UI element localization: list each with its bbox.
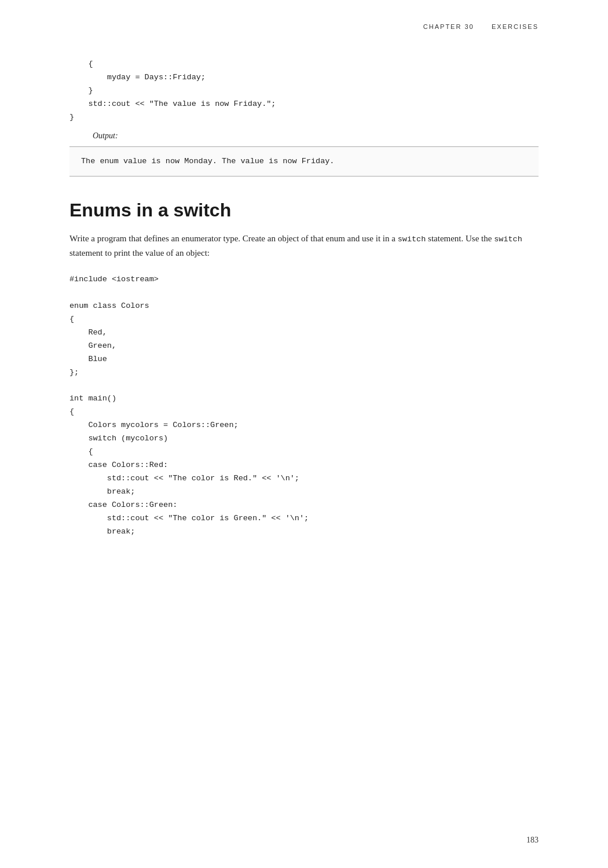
page-header: CHAPTER 30 EXERCISES (423, 23, 539, 30)
section-code-block: #include <iostream> enum class Colors { … (69, 273, 539, 539)
output-label: Output: (93, 131, 539, 141)
chapter-label: CHAPTER 30 (423, 23, 474, 30)
page-number: 183 (526, 836, 539, 845)
section-label: EXERCISES (492, 23, 539, 30)
top-code: { myday = Days::Friday; } std::cout << "… (69, 58, 539, 124)
section-title: Enums in a switch (69, 200, 539, 221)
output-box: The enum value is now Monday. The value … (69, 146, 539, 176)
section-description: Write a program that defines an enumerat… (69, 231, 539, 260)
switch-inline-2: switch (494, 235, 522, 244)
switch-inline-1: switch (398, 235, 426, 244)
output-content: The enum value is now Monday. The value … (81, 155, 527, 168)
